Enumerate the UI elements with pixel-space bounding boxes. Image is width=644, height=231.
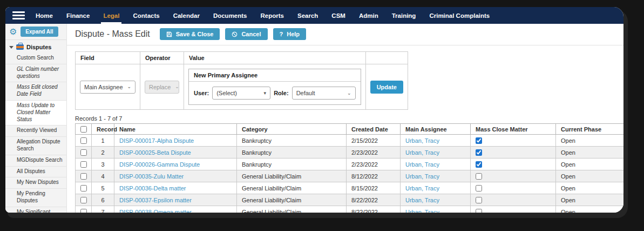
dispute-link[interactable]: DISP-000025-Beta Dispute [119, 149, 191, 156]
assignee-link[interactable]: Urban, Tracy [405, 173, 439, 180]
operator-column-header: Operator [140, 52, 184, 64]
cancel-button[interactable]: Cancel [225, 28, 267, 40]
nav-item-search[interactable]: Search [297, 7, 318, 24]
dispute-link[interactable]: DISP-00036-Delta matter [119, 185, 186, 192]
assignee-link[interactable]: Urban, Tracy [405, 197, 439, 203]
app-window: HomeFinanceLegalContactsCalendarDocument… [5, 7, 623, 213]
sidebar-item-my-significant-disputes[interactable]: My Significant Disputes [5, 207, 66, 213]
help-button[interactable]: ? Help [273, 28, 307, 40]
mass-close-checkbox[interactable] [476, 209, 482, 213]
operator-cell: Replace ⌄ [140, 64, 184, 110]
dispute-link[interactable]: DISP-00037-Epsilon matter [119, 197, 192, 203]
current-phase-cell: Open [556, 147, 624, 159]
dispute-link[interactable]: DISP-000026-Gamma Dispute [119, 161, 200, 168]
nav-item-csm[interactable]: CSM [331, 7, 345, 24]
column-header-record: Record [92, 124, 114, 135]
row-select-cell [76, 206, 92, 213]
record-number-cell: 3 [92, 159, 114, 170]
chevron-down-icon: ▾ [264, 91, 267, 96]
sidebar-item-mass-update-to-closed-matter-status[interactable]: Mass Update to Closed Matter Status [5, 101, 66, 126]
category-cell: Bankruptcy [237, 135, 347, 147]
nav-item-home[interactable]: Home [36, 7, 53, 24]
name-cell: DISP-00036-Delta matter [114, 182, 237, 194]
sidebar-item-allegation-dispute-search[interactable]: Allegation Dispute Search [5, 137, 66, 155]
save-close-button[interactable]: Save & Close [160, 28, 220, 40]
hamburger-menu-icon[interactable] [12, 10, 25, 21]
record-number-cell: 5 [92, 182, 114, 194]
cancel-icon [232, 31, 238, 37]
row-select-checkbox[interactable] [80, 209, 87, 213]
gear-icon[interactable]: ⚙ [9, 28, 17, 36]
sidebar-item-my-pending-disputes[interactable]: My Pending Disputes [5, 189, 66, 207]
chevron-down-icon: ⌄ [347, 91, 351, 96]
record-number-cell: 4 [92, 170, 114, 182]
mass-close-cell [471, 182, 556, 194]
row-select-cell [76, 147, 92, 159]
assignee-link[interactable]: Urban, Tracy [405, 149, 439, 156]
table-row: 4DISP-00035-Zulu MatterGeneral Liability… [76, 170, 624, 182]
sidebar-item-gl-claim-number-questions[interactable]: GL Claim number questions [5, 64, 66, 83]
mass-close-checkbox[interactable] [476, 137, 482, 144]
nav-item-criminal-complaints[interactable]: Criminal Complaints [429, 7, 490, 24]
assignee-link[interactable]: Urban, Tracy [405, 209, 439, 213]
nav-item-reports[interactable]: Reports [261, 7, 284, 24]
role-select[interactable]: Default ⌄ [292, 87, 356, 100]
top-navbar: HomeFinanceLegalContactsCalendarDocument… [5, 7, 623, 24]
field-cell: Main Assignee ⌄ [76, 64, 140, 110]
created-date-cell: 8/12/2022 [347, 170, 401, 182]
nav-item-finance[interactable]: Finance [66, 7, 90, 24]
mass-close-checkbox[interactable] [476, 197, 482, 203]
update-button[interactable]: Update [370, 81, 403, 94]
row-select-checkbox[interactable] [80, 185, 87, 192]
nav-item-contacts[interactable]: Contacts [133, 7, 159, 24]
save-icon [166, 31, 172, 37]
role-label: Role: [274, 90, 289, 96]
save-close-label: Save & Close [176, 31, 214, 37]
mass-close-checkbox[interactable] [476, 173, 482, 180]
sidebar-item-mass-edit-closed-date-field[interactable]: Mass Edit closed Date Field [5, 82, 66, 101]
sidebar-item-recently-viewed[interactable]: Recently Viewed [5, 126, 66, 137]
expand-all-button[interactable]: Expand All [21, 27, 58, 37]
chevron-down-icon: ⌄ [175, 84, 179, 89]
sidebar-item-custom-search[interactable]: Custom Search [5, 53, 66, 64]
sidebar-toolbar: ⚙ Expand All [5, 24, 66, 40]
nav-item-training[interactable]: Training [392, 7, 416, 24]
chevron-down-icon[interactable] [9, 46, 13, 49]
user-select[interactable]: (Select) ▾ [212, 87, 270, 100]
row-select-checkbox[interactable] [80, 149, 87, 156]
assignee-link[interactable]: Urban, Tracy [405, 161, 439, 168]
mass-close-checkbox[interactable] [476, 149, 482, 156]
nav-item-calendar[interactable]: Calendar [173, 7, 200, 24]
dispute-link[interactable]: DISP-00035-Zulu Matter [119, 173, 184, 180]
value-controls: User: (Select) ▾ Role: Default ⌄ [189, 82, 361, 104]
mass-close-checkbox[interactable] [476, 185, 482, 192]
operator-select[interactable]: Replace ⌄ [145, 81, 179, 94]
dispute-link[interactable]: DISP-00038-Omega matter [119, 209, 192, 213]
row-select-checkbox[interactable] [80, 137, 87, 144]
row-select-checkbox[interactable] [80, 161, 87, 168]
sidebar-item-my-new-disputes[interactable]: My New Disputes [5, 177, 66, 189]
main-assignee-cell: Urban, Tracy [401, 170, 471, 182]
assignee-link[interactable]: Urban, Tracy [405, 137, 439, 144]
field-select[interactable]: Main Assignee ⌄ [80, 81, 135, 94]
category-cell: General Liability/Claim [237, 182, 347, 194]
column-header-main-assignee: Main Assignee [401, 124, 471, 135]
nav-item-admin[interactable]: Admin [359, 7, 378, 24]
sidebar-item-disputes-root[interactable]: Disputes [5, 40, 66, 53]
sidebar-item-all-disputes[interactable]: All Disputes [5, 167, 66, 178]
nav-item-legal[interactable]: Legal [103, 7, 119, 24]
dispute-link[interactable]: DISP-000017-Alpha Dispute [119, 137, 194, 144]
records-table-header-row: RecordNameCategoryCreated DateMain Assig… [76, 124, 624, 135]
toolbox-icon [16, 44, 24, 50]
sidebar-item-mgdispute-search[interactable]: MGDispute Search [5, 155, 66, 167]
select-all-checkbox[interactable] [80, 126, 87, 133]
nav-item-documents[interactable]: Documents [213, 7, 247, 24]
row-select-checkbox[interactable] [80, 173, 87, 180]
name-cell: DISP-000017-Alpha Dispute [114, 135, 237, 147]
disputes-root-label: Disputes [26, 44, 51, 50]
mass-close-cell [471, 206, 556, 213]
row-select-checkbox[interactable] [80, 197, 87, 203]
assignee-link[interactable]: Urban, Tracy [405, 185, 439, 192]
mass-close-checkbox[interactable] [476, 161, 482, 168]
app-body: ⚙ Expand All Disputes Custom SearchGL Cl… [5, 24, 623, 213]
